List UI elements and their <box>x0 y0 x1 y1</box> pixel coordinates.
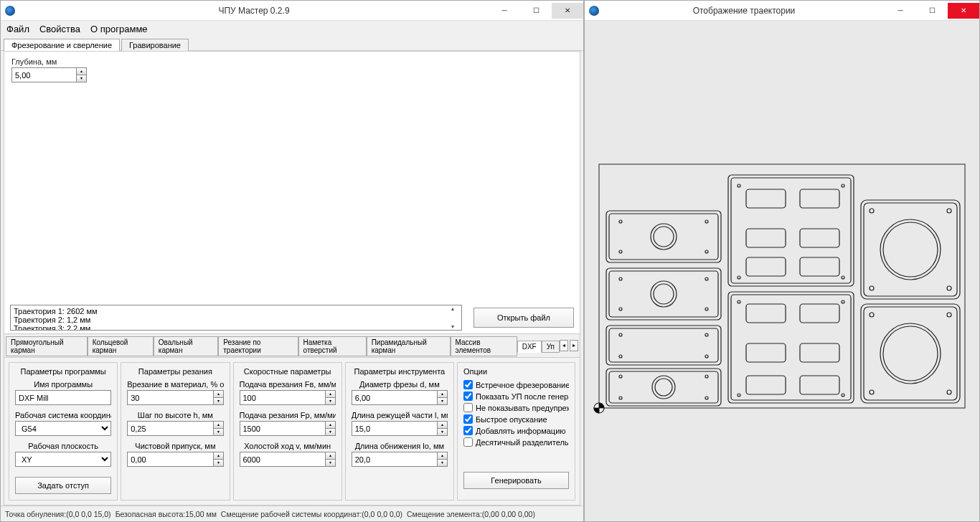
tab-nav-right-icon[interactable]: ▸ <box>570 340 578 351</box>
window-title: ЧПУ Мастер 0.2.9 <box>19 6 489 16</box>
plunge-input[interactable] <box>127 390 212 405</box>
svg-point-69 <box>870 390 874 394</box>
options-params: Опции Встречное фрезерование Показать УП… <box>457 362 575 500</box>
feed-cut-input[interactable] <box>240 421 325 436</box>
tool-params-title: Параметры инструмента <box>352 367 448 376</box>
tab-engraving[interactable]: Гравирование <box>121 39 189 51</box>
menubar: Файл Свойства О программе <box>1 21 583 37</box>
tab-nav-left-icon[interactable]: ◂ <box>560 340 568 351</box>
lowlen-label: Длина обнижения lо, мм <box>352 442 448 450</box>
opt-add-info[interactable] <box>463 426 473 435</box>
scroll-up-icon[interactable]: ▴ <box>451 305 460 312</box>
tab-rect-pocket[interactable]: Прямоугольный карман <box>6 336 88 356</box>
svg-rect-47 <box>746 343 786 362</box>
opt-fast-plunge[interactable] <box>463 414 473 424</box>
svg-rect-36 <box>800 229 839 247</box>
feed-cut-label: Подача резания Fр, мм/мин <box>240 411 336 419</box>
finish-label: Чистовой припуск, мм <box>127 442 223 450</box>
diameter-input[interactable] <box>352 390 437 405</box>
program-name-input[interactable] <box>15 390 111 405</box>
spinner-up-icon[interactable]: ▴ <box>77 68 86 75</box>
opt-show-nc[interactable] <box>463 392 473 401</box>
rapid-input[interactable] <box>240 452 325 467</box>
svg-point-15 <box>619 308 622 310</box>
spinner-down-icon[interactable]: ▾ <box>77 75 86 82</box>
opt-decimal-sep[interactable] <box>463 437 473 447</box>
opt-no-warnings[interactable] <box>463 403 473 412</box>
scroll-down-icon[interactable]: ▾ <box>451 323 460 330</box>
svg-point-8 <box>705 250 708 253</box>
open-file-button[interactable]: Открыть файл <box>473 308 574 328</box>
cutlen-input[interactable] <box>352 421 437 436</box>
lowlen-input[interactable] <box>352 452 437 467</box>
svg-rect-9 <box>606 268 721 320</box>
minimize-button[interactable]: ─ <box>885 3 916 19</box>
svg-point-26 <box>655 379 672 396</box>
svg-rect-64 <box>864 307 957 400</box>
preview-title: Отображение траектории <box>603 6 885 16</box>
plane-select[interactable]: XY <box>15 452 111 467</box>
close-button[interactable]: ✕ <box>552 3 583 19</box>
tabs-top: Фрезерование и сверление Гравирование <box>1 37 583 51</box>
tab-oval-pocket[interactable]: Овальный карман <box>154 336 218 356</box>
tab-ring-pocket[interactable]: Кольцевой карман <box>88 336 154 356</box>
svg-point-13 <box>619 277 622 280</box>
wcs-select[interactable]: G54 <box>15 421 111 436</box>
svg-rect-45 <box>746 304 786 323</box>
svg-rect-23 <box>606 369 721 406</box>
svg-point-65 <box>880 323 941 384</box>
step-input[interactable] <box>127 421 212 436</box>
svg-point-59 <box>870 209 874 213</box>
minimize-button[interactable]: ─ <box>489 3 520 19</box>
tab-pyramid-pocket[interactable]: Пирамидальный карман <box>367 336 451 356</box>
svg-point-67 <box>870 313 874 317</box>
svg-point-57 <box>880 219 941 280</box>
svg-point-5 <box>619 220 622 223</box>
menu-file[interactable]: Файл <box>6 24 29 34</box>
depth-spinner[interactable]: ▴▾ <box>11 67 573 82</box>
svg-rect-10 <box>609 271 718 317</box>
feed-in-input[interactable] <box>240 390 325 405</box>
wcs-label: Рабочая система координат <box>15 411 111 419</box>
svg-rect-44 <box>731 295 851 400</box>
program-name-label: Имя программы <box>15 380 111 389</box>
svg-rect-63 <box>861 304 960 403</box>
svg-point-7 <box>619 250 622 253</box>
trajectory-list[interactable]: Траектория 1: 2602 мм Траектория 2: 1,2 … <box>10 305 462 331</box>
indent-button[interactable]: Задать отступ <box>15 477 111 494</box>
depth-input[interactable] <box>11 67 76 82</box>
svg-point-53 <box>738 394 740 397</box>
menu-properties[interactable]: Свойства <box>39 24 80 34</box>
svg-point-68 <box>947 313 951 317</box>
cutlen-label: Длина режущей части l, мм <box>352 411 448 419</box>
tab-mark-holes[interactable]: Наметка отверстий <box>298 336 367 356</box>
svg-rect-33 <box>746 189 786 208</box>
svg-rect-2 <box>609 214 718 260</box>
trajectory-drawing <box>585 21 972 521</box>
tab-up[interactable]: Уп <box>542 341 560 353</box>
status-wcs-offset: Смещение рабочей системы координат:(0,0 … <box>221 510 402 518</box>
maximize-button[interactable]: ☐ <box>916 3 948 19</box>
svg-point-40 <box>842 184 844 187</box>
svg-point-54 <box>842 394 844 397</box>
tab-milling[interactable]: Фрезерование и сверление <box>4 39 120 51</box>
svg-rect-34 <box>800 189 839 208</box>
cutting-params: Параметры резания Врезание в материал, %… <box>121 362 230 500</box>
opt-climb-milling[interactable] <box>463 380 473 389</box>
finish-input[interactable] <box>127 452 212 467</box>
svg-rect-18 <box>609 328 718 362</box>
svg-point-29 <box>619 397 622 399</box>
svg-point-22 <box>705 355 708 358</box>
maximize-button[interactable]: ☐ <box>520 3 552 19</box>
generate-button[interactable]: Генерировать <box>463 472 569 489</box>
svg-rect-50 <box>800 376 839 394</box>
trajectory-line: Траектория 2: 1,2 мм <box>14 315 458 324</box>
diameter-label: Диаметр фрезы d, мм <box>352 380 448 389</box>
svg-point-52 <box>842 300 844 303</box>
menu-about[interactable]: О программе <box>90 24 148 34</box>
tab-array-elements[interactable]: Массив элементов <box>451 336 517 356</box>
tab-dxf[interactable]: DXF <box>517 341 542 353</box>
close-button[interactable]: ✕ <box>948 3 979 19</box>
tab-path-cutting[interactable]: Резание по траектории <box>218 336 298 356</box>
trajectory-canvas[interactable] <box>585 21 979 521</box>
